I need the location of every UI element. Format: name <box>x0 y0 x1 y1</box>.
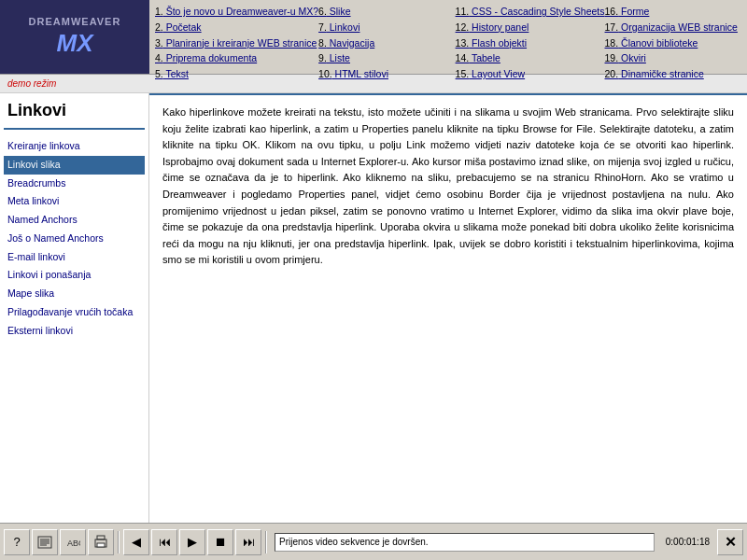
sidebar-item-3[interactable]: Breadcrumbs <box>4 175 145 193</box>
nav-number: 7. <box>318 21 327 33</box>
nav-col-3: 11. CSS - Cascading Style Sheets12. Hist… <box>456 4 605 82</box>
nav-number: 5. <box>155 68 163 79</box>
sidebar-item-1[interactable]: Kreiranje linkova <box>4 137 145 156</box>
nav-item-19[interactable]: 19. Okviri <box>605 50 741 66</box>
nav-item-18[interactable]: 18. Članovi biblioteke <box>605 35 741 51</box>
nav-item-20[interactable]: 20. Dinamičke stranice <box>605 66 741 82</box>
index-button[interactable]: ABC <box>60 529 86 555</box>
nav-number: 11. <box>456 6 470 17</box>
nav-number: 9. <box>318 52 327 63</box>
nav-number: 13. <box>456 37 470 49</box>
sidebar-item-6[interactable]: Još o Named Anchors <box>4 230 145 248</box>
content-text: Kako hiperlinkove možete kreirati na tek… <box>162 105 734 269</box>
logo-dreamweaver: DREAMWEAVER <box>29 16 121 28</box>
nav-item-10[interactable]: 10. HTML stilovi <box>318 66 455 82</box>
nav-number: 19. <box>605 52 619 63</box>
main-area: Linkovi Kreiranje linkovaLinkovi slikaBr… <box>0 93 747 523</box>
nav-number: 17. <box>605 21 619 33</box>
separator-2 <box>265 531 267 553</box>
nav-item-15[interactable]: 15. Layout View <box>456 66 605 82</box>
svg-rect-7 <box>97 536 105 539</box>
logo-mx: MX <box>29 29 121 58</box>
status-bar: Prijenos video sekvence je dovršen. <box>275 533 655 552</box>
nav-number: 16. <box>605 6 619 17</box>
demo-mode-label: demo režim <box>7 78 56 89</box>
sidebar-item-11[interactable]: Eksterni linkovi <box>4 322 145 341</box>
nav-item-13[interactable]: 13. Flash objekti <box>456 35 605 51</box>
nav-item-2[interactable]: 2. Početak <box>155 20 318 35</box>
sidebar-item-4[interactable]: Meta linkovi <box>4 192 145 211</box>
logo: DREAMWEAVER MX <box>0 0 149 74</box>
nav-number: 6. <box>318 6 327 17</box>
nav-item-11[interactable]: 11. CSS - Cascading Style Sheets <box>456 4 605 20</box>
back-button[interactable]: ◀ <box>123 529 149 555</box>
nav-item-6[interactable]: 6. Slike <box>318 4 455 20</box>
nav-number: 18. <box>605 37 619 49</box>
sidebar-item-10[interactable]: Prilagođavanje vrućih točaka <box>4 303 145 322</box>
status-text: Prijenos video sekvence je dovršen. <box>279 537 429 547</box>
last-button[interactable]: ⏭ <box>235 529 261 555</box>
toc-button[interactable] <box>32 529 58 555</box>
nav-number: 15. <box>456 68 470 79</box>
first-button[interactable]: ⏮ <box>151 529 177 555</box>
nav-row: 1. Što je novo u Dreamweaver-u MX?2. Poč… <box>155 4 741 82</box>
nav-item-16[interactable]: 16. Forme <box>605 4 741 20</box>
nav-item-1[interactable]: 1. Što je novo u Dreamweaver-u MX? <box>155 4 318 20</box>
nav-item-4[interactable]: 4. Priprema dokumenta <box>155 50 318 66</box>
nav-col-4: 16. Forme17. Organizacija WEB stranice18… <box>605 4 741 82</box>
toc-icon <box>37 535 52 550</box>
stop-button[interactable]: ⏹ <box>207 529 233 555</box>
page-title: Linkovi <box>4 101 145 130</box>
nav-item-12[interactable]: 12. History panel <box>456 20 605 35</box>
time-display: 0:00:01:18 <box>660 537 715 547</box>
close-button[interactable]: ✕ <box>717 529 743 555</box>
nav-number: 10. <box>318 68 332 79</box>
nav-item-8[interactable]: 8. Navigacija <box>318 35 455 51</box>
nav-item-14[interactable]: 14. Tabele <box>456 50 605 66</box>
sidebar-item-7[interactable]: E-mail linkovi <box>4 248 145 267</box>
sidebar-item-5[interactable]: Named Anchors <box>4 211 145 230</box>
svg-text:ABC: ABC <box>67 539 80 548</box>
nav-item-7[interactable]: 7. Linkovi <box>318 20 455 35</box>
nav-col-2: 6. Slike7. Linkovi8. Navigacija9. Liste1… <box>318 4 455 82</box>
nav-col-1: 1. Što je novo u Dreamweaver-u MX?2. Poč… <box>155 4 318 82</box>
svg-rect-0 <box>38 537 51 548</box>
nav-item-17[interactable]: 17. Organizacija WEB stranice <box>605 20 741 35</box>
nav-number: 2. <box>155 21 163 33</box>
sidebar-item-2[interactable]: Linkovi slika <box>4 156 145 175</box>
nav-number: 8. <box>318 37 327 49</box>
content-area: Kako hiperlinkove možete kreirati na tek… <box>149 93 747 523</box>
sidebar: Linkovi Kreiranje linkovaLinkovi slikaBr… <box>0 93 149 523</box>
nav-number: 4. <box>155 52 163 63</box>
nav-item-9[interactable]: 9. Liste <box>318 50 455 66</box>
sidebar-nav: Kreiranje linkovaLinkovi slikaBreadcrumb… <box>4 137 145 340</box>
svg-rect-8 <box>97 543 105 547</box>
index-icon: ABC <box>65 535 80 550</box>
sidebar-item-8[interactable]: Linkovi i ponašanja <box>4 266 145 285</box>
nav-number: 1. <box>155 6 163 17</box>
print-button[interactable] <box>88 529 114 555</box>
nav-number: 3. <box>155 37 163 49</box>
nav-number: 20. <box>605 68 619 79</box>
nav-number: 14. <box>456 52 470 63</box>
nav-item-5[interactable]: 5. Tekst <box>155 66 318 82</box>
nav-number: 12. <box>456 21 470 33</box>
nav-item-3[interactable]: 3. Planiranje i kreiranje WEB stranice <box>155 35 318 51</box>
bottom-toolbar: ? ABC ◀ ⏮ ▶ ⏹ ⏭ Prijenos video sekvence … <box>0 523 747 560</box>
sidebar-item-9[interactable]: Mape slika <box>4 285 145 303</box>
print-icon <box>93 535 108 550</box>
separator-1 <box>118 531 120 553</box>
play-button[interactable]: ▶ <box>179 529 205 555</box>
navigation-menu: 1. Što je novo u Dreamweaver-u MX?2. Poč… <box>149 0 747 74</box>
help-button[interactable]: ? <box>4 529 30 555</box>
